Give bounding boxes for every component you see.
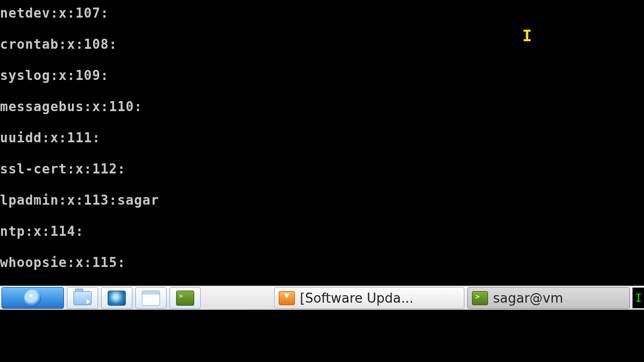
globe-icon (108, 291, 126, 306)
start-menu-button[interactable] (2, 287, 64, 309)
web-browser-launcher[interactable] (101, 287, 132, 309)
task-terminal-window[interactable]: sagar@vm (467, 287, 630, 309)
window-list-launcher[interactable] (135, 287, 167, 309)
group-line: ntp:x:114: (0, 224, 644, 239)
group-line: lpadmin:x:113:sagar (0, 193, 644, 208)
system-tray[interactable]: I (632, 288, 644, 308)
group-line: netdev:x:107: (0, 6, 644, 21)
group-line: messagebus:x:110: (0, 99, 644, 115)
folder-icon (73, 291, 92, 305)
task-software-updater[interactable]: [Software Upda... (274, 287, 464, 309)
task-label: [Software Upda... (300, 291, 414, 306)
group-line: syslog:x:109: (0, 68, 644, 83)
group-line: ssl-cert:x:112: (0, 161, 644, 177)
letterbox-bottom (0, 309, 644, 362)
text-cursor-icon: I (522, 26, 532, 45)
group-line: whoopsie:x:115: (0, 255, 644, 270)
group-line: crontab:x:108: (0, 37, 644, 52)
terminal-icon (176, 291, 194, 306)
software-updater-icon (279, 291, 295, 305)
tray-indicator-icon: I (635, 292, 641, 304)
terminal-launcher[interactable] (170, 287, 201, 309)
task-label: sagar@vm (493, 291, 563, 306)
group-line: uuidd:x:111: (0, 130, 644, 146)
window-icon (142, 291, 160, 306)
file-manager-launcher[interactable] (67, 287, 98, 309)
distro-logo-icon (24, 290, 41, 307)
terminal-icon (472, 291, 488, 305)
taskbar: [Software Upda... sagar@vm I (0, 286, 644, 310)
